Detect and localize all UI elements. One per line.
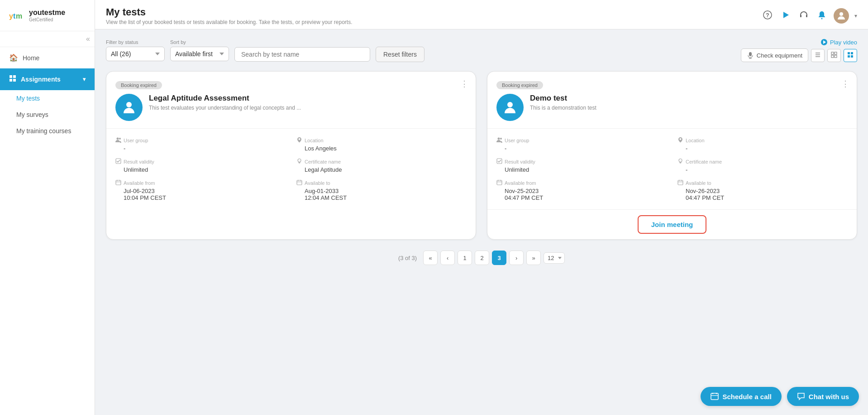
list-view-button[interactable] — [811, 49, 825, 62]
users-icon — [115, 137, 121, 144]
card-2-result-validity-value: Unlimited — [496, 166, 667, 173]
card-1-result-validity-value: Unlimited — [115, 166, 286, 173]
search-input[interactable] — [234, 47, 370, 62]
card-2-result-validity-label: Result validity — [505, 159, 535, 164]
card-1-title-row: Legal Aptitude Assessment This test eval… — [115, 94, 467, 121]
card-2-location: Location - — [677, 137, 848, 152]
top-header: My tests View the list of your booked te… — [95, 0, 868, 29]
sidebar-item-my-surveys[interactable]: My surveys — [0, 106, 95, 123]
card-1-header: Booking expired ⋮ Legal Aptitude Assessm… — [106, 72, 476, 129]
card-2-result-validity: Result validity Unlimited — [496, 158, 667, 173]
svg-point-35 — [298, 159, 301, 162]
sidebar-collapse-area: « — [0, 31, 95, 47]
my-surveys-label: My surveys — [16, 111, 48, 118]
sidebar-item-my-training-courses[interactable]: My training courses — [0, 123, 95, 139]
page-2-button[interactable]: 2 — [475, 251, 489, 265]
card-2-title-row: Demo test This is a demonstration test — [496, 94, 848, 121]
schedule-icon — [711, 392, 719, 401]
card-2-user-group-value: - — [496, 145, 667, 152]
page-3-button[interactable]: 3 — [492, 251, 506, 265]
card-1-details-grid: User group - Location Los Angele — [115, 137, 467, 201]
sort-filter-label: Sort by — [170, 39, 229, 45]
play-video-link[interactable]: Play video — [820, 39, 857, 46]
user-avatar-button[interactable] — [834, 8, 849, 24]
check-2-icon — [496, 158, 502, 165]
card-2-available-from-label: Available from — [505, 180, 536, 186]
card-2-header: Booking expired ⋮ Demo test This is a de… — [487, 72, 857, 129]
microphone-icon — [747, 52, 754, 59]
sort-filter-select[interactable]: Available first Name A-Z Name Z-A Date — [170, 47, 229, 61]
card-1-location-value: Los Angeles — [296, 145, 467, 152]
sidebar-item-my-tests[interactable]: My tests — [0, 90, 95, 106]
notifications-button[interactable] — [816, 9, 828, 24]
card-1-badge: Booking expired — [115, 81, 162, 89]
prev-page-button[interactable]: ‹ — [440, 251, 455, 265]
svg-rect-26 — [835, 55, 837, 58]
card-1-title: Legal Aptitude Assessment — [149, 94, 467, 103]
card-1-available-to: Available to Aug-01-2033 12:04 AM CEST — [296, 179, 467, 201]
first-page-button[interactable]: « — [423, 251, 438, 265]
card-1-certificate-label: Certificate name — [305, 159, 341, 164]
svg-rect-12 — [806, 15, 807, 17]
check-equipment-label: Check equipment — [757, 52, 802, 59]
calendar-to-icon — [296, 179, 302, 187]
grid-small-view-button[interactable] — [827, 49, 841, 62]
card-2-certificate: Certificate name - — [677, 158, 848, 173]
my-training-courses-label: My training courses — [16, 127, 71, 135]
users-2-icon — [496, 137, 502, 144]
card-1-certificate-value: Legal Aptitude — [296, 166, 467, 173]
card-1-available-from-value: Jul-06-2023 10:04 PM CEST — [115, 188, 286, 201]
page-title: My tests — [106, 6, 353, 18]
card-2-title: Demo test — [530, 94, 848, 103]
svg-point-32 — [117, 138, 119, 140]
reset-filters-button[interactable]: Reset filters — [376, 47, 424, 62]
card-2-available-to-label: Available to — [686, 180, 711, 186]
chat-with-us-label: Chat with us — [809, 393, 849, 401]
page-1-button[interactable]: 1 — [458, 251, 472, 265]
next-page-button[interactable]: › — [509, 251, 524, 265]
card-1-location-label: Location — [305, 138, 324, 143]
check-icon — [115, 158, 121, 165]
bottom-actions: Schedule a call Chat with us — [701, 387, 859, 406]
pagination-info: (3 of 3) — [398, 255, 417, 261]
my-tests-label: My tests — [16, 95, 40, 102]
join-meeting-button[interactable]: Join meeting — [638, 215, 707, 234]
play-video-icon — [820, 39, 828, 46]
card-1-avatar — [115, 94, 143, 121]
svg-point-33 — [119, 138, 121, 140]
card-2-menu-button[interactable]: ⋮ — [841, 79, 849, 89]
assignments-arrow-icon: ▾ — [83, 76, 86, 82]
page-subtitle: View the list of your booked tests or te… — [106, 19, 353, 25]
status-filter-select[interactable]: All (26) Available Booked Expired — [106, 47, 165, 61]
per-page-select[interactable]: 12 24 48 — [544, 252, 565, 264]
calendar-from-2-icon — [496, 179, 502, 187]
chat-with-us-button[interactable]: Chat with us — [787, 387, 859, 406]
home-icon: 🏠 — [9, 53, 18, 62]
last-page-button[interactable]: » — [526, 251, 541, 265]
chat-icon — [797, 392, 805, 401]
logo-text: youtestme GetCertified — [29, 8, 65, 22]
card-1-menu-button[interactable]: ⋮ — [460, 79, 468, 89]
play-button[interactable] — [779, 9, 792, 24]
play-video-label: Play video — [830, 39, 857, 46]
schedule-call-button[interactable]: Schedule a call — [701, 387, 781, 406]
svg-rect-30 — [851, 55, 853, 58]
check-equipment-button[interactable]: Check equipment — [741, 48, 808, 62]
logo-area: y t m youtestme GetCertified — [0, 0, 95, 31]
filter-bar: Filter by status All (26) Available Book… — [106, 39, 857, 62]
sidebar-item-assignments[interactable]: Assignments ▾ — [0, 68, 95, 90]
sidebar-item-home[interactable]: 🏠 Home — [0, 47, 95, 68]
svg-rect-38 — [116, 180, 121, 185]
svg-rect-17 — [749, 52, 752, 56]
headset-button[interactable] — [797, 9, 810, 24]
sidebar: y t m youtestme GetCertified « 🏠 Home As… — [0, 0, 95, 415]
card-2-available-from: Available from Nov-25-2023 04:47 PM CET — [496, 179, 667, 201]
collapse-button[interactable]: « — [86, 35, 90, 43]
svg-rect-53 — [497, 180, 502, 185]
location-icon — [296, 137, 302, 144]
help-button[interactable]: ? — [761, 9, 774, 24]
card-1-user-group-label: User group — [124, 138, 148, 143]
grid-large-view-button[interactable] — [844, 49, 857, 62]
svg-text:?: ? — [766, 12, 769, 19]
card-2-available-from-value: Nov-25-2023 04:47 PM CET — [496, 188, 667, 201]
